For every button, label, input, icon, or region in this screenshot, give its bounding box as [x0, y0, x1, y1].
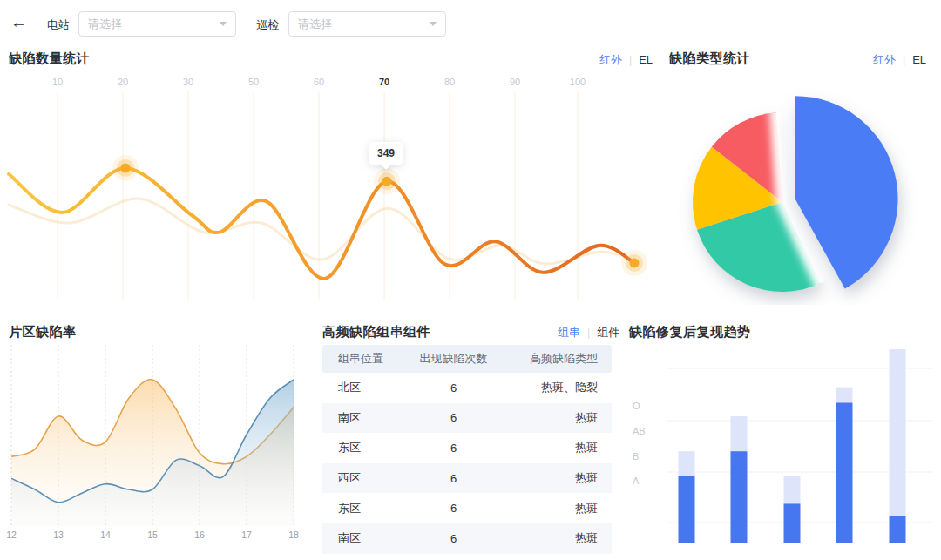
table-cell: 南区	[322, 523, 415, 554]
table-row[interactable]: 南区6热斑	[322, 523, 612, 554]
area-chart-x-tick: 16	[194, 530, 205, 540]
defect-count-line-chart: 1020305060708090100	[0, 77, 658, 305]
bar-chart-y-label: O	[633, 401, 640, 411]
table-cell: 6	[415, 493, 491, 523]
pie-toggle-infrared[interactable]: 红外	[873, 53, 896, 66]
bar-segment-light[interactable]	[731, 416, 748, 451]
pie-section-toggle: 红外|EL	[873, 52, 926, 68]
table-toggle-string[interactable]: 组串	[558, 326, 580, 339]
tooltip-value: 349	[377, 147, 395, 159]
chevron-down-icon	[220, 22, 227, 26]
area-chart-x-tick: 13	[53, 530, 64, 540]
table-cell: 东区	[322, 493, 415, 523]
table-cell: 热斑、隐裂	[492, 373, 612, 403]
bar-segment-light[interactable]	[836, 388, 853, 403]
bar-segment-dark[interactable]	[836, 402, 853, 543]
pie-toggle-el[interactable]: EL	[912, 53, 926, 66]
line-section-toggle: 红外|EL	[599, 52, 653, 68]
bar-segment-dark[interactable]	[679, 476, 695, 543]
defect-type-pie-chart	[667, 77, 937, 305]
high-frequency-defect-table: 组串位置出现缺陷次数高频缺陷类型 北区6热斑、隐裂南区6热斑东区6热斑西区6热斑…	[322, 345, 612, 554]
table-header-row: 组串位置出现缺陷次数高频缺陷类型	[322, 345, 612, 373]
area-chart-x-tick: 17	[241, 530, 252, 540]
repair-recurrence-bar-chart: OABBA	[627, 340, 938, 557]
data-point-dot[interactable]	[121, 163, 131, 172]
toggle-divider: |	[587, 327, 590, 339]
bar-segment-dark[interactable]	[784, 503, 801, 543]
line-toggle-infrared[interactable]: 红外	[599, 53, 622, 66]
area-chart-x-tick: 14	[100, 530, 111, 540]
bar-chart-y-label: B	[633, 451, 639, 462]
table-column-header: 出现缺陷次数	[415, 345, 491, 373]
line-chart-x-tick: 80	[444, 77, 455, 87]
station-label: 电站	[47, 17, 70, 33]
line-chart-x-tick: 60	[314, 77, 324, 87]
bar-chart-y-label: A	[633, 476, 640, 486]
line-chart-x-tick: 20	[118, 77, 128, 87]
table-row[interactable]: 东区6热斑	[322, 433, 612, 463]
table-section-title: 高频缺陷组串组件	[322, 324, 430, 341]
table-cell: 热斑	[492, 403, 612, 434]
line-toggle-el[interactable]: EL	[639, 53, 653, 66]
line-series-previous	[9, 199, 634, 264]
back-arrow-icon[interactable]: ←	[10, 13, 27, 31]
inspection-label: 巡检	[256, 17, 279, 33]
bar-segment-dark[interactable]	[731, 451, 748, 543]
station-select-placeholder: 请选择	[88, 17, 220, 32]
toggle-divider: |	[629, 54, 632, 66]
data-point-dot[interactable]	[382, 177, 392, 186]
table-cell: 6	[415, 433, 491, 463]
table-cell: 北区	[322, 373, 415, 403]
table-section-toggle: 组串|组件	[558, 325, 619, 341]
chevron-down-icon	[430, 22, 437, 26]
table-cell: 热斑	[492, 493, 612, 523]
bar-segment-light[interactable]	[679, 451, 695, 476]
table-cell: 热斑	[492, 523, 612, 554]
table-row[interactable]: 西区6热斑	[322, 463, 612, 494]
bar-section-title: 缺陷修复后复现趋势	[629, 324, 751, 341]
table-row[interactable]: 东区6热斑	[322, 493, 612, 523]
bar-chart-y-label: AB	[633, 426, 646, 436]
table-row[interactable]: 北区6热斑、隐裂	[322, 373, 612, 403]
table-cell: 热斑	[492, 463, 612, 494]
table-toggle-module[interactable]: 组件	[597, 326, 619, 339]
station-select[interactable]: 请选择	[78, 11, 236, 37]
table-cell: 东区	[322, 433, 415, 463]
line-chart-x-tick: 30	[183, 77, 193, 87]
table-cell: 西区	[322, 463, 415, 494]
area-chart-x-tick: 15	[147, 530, 158, 540]
line-chart-x-tick: 50	[248, 77, 259, 87]
line-section-title: 缺陷数量统计	[9, 51, 90, 67]
table-cell: 6	[415, 373, 491, 403]
region-defect-rate-area-chart: 12131415161718	[4, 338, 301, 551]
line-chart-x-tick: 90	[510, 77, 520, 87]
data-point-dot[interactable]	[630, 258, 640, 267]
inspection-select-placeholder: 请选择	[298, 17, 430, 32]
bar-segment-light[interactable]	[890, 349, 906, 516]
line-chart-x-tick: 10	[52, 77, 63, 87]
table-column-header: 组串位置	[322, 345, 415, 373]
area-chart-x-tick: 12	[6, 530, 17, 540]
area-chart-x-tick: 18	[288, 530, 299, 540]
table-cell: 热斑	[492, 433, 612, 463]
table-cell: 南区	[322, 403, 415, 434]
line-chart-x-tick: 100	[570, 77, 586, 87]
table-cell: 6	[415, 403, 491, 434]
line-chart-tooltip: 349	[369, 142, 403, 165]
bar-segment-dark[interactable]	[890, 516, 906, 543]
table-cell: 6	[415, 463, 491, 494]
line-chart-x-tick: 70	[379, 77, 389, 87]
bar-segment-light[interactable]	[784, 476, 801, 503]
table-row[interactable]: 南区6热斑	[322, 403, 612, 434]
table-column-header: 高频缺陷类型	[492, 345, 612, 373]
table-cell: 6	[415, 523, 491, 554]
toggle-divider: |	[903, 54, 905, 66]
pie-section-title: 缺陷类型统计	[669, 51, 750, 67]
inspection-select[interactable]: 请选择	[288, 11, 446, 37]
back-button[interactable]: ←	[10, 14, 27, 31]
